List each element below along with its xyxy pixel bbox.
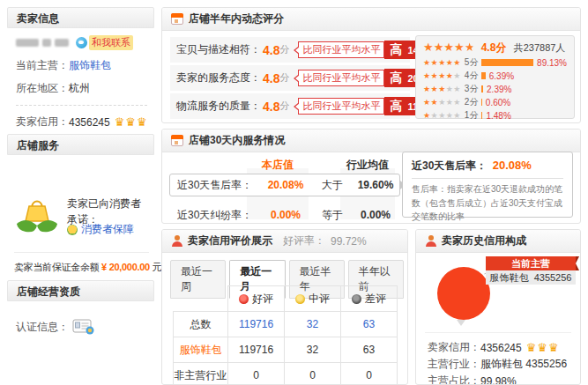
storefront-icon: [171, 13, 183, 25]
main-category-callout: 服饰鞋包 4355256: [486, 270, 576, 285]
detail-title: 近30天售后率：: [412, 159, 487, 172]
star-breakdown-row: ★★★★★ 1分 1.48%: [423, 109, 567, 122]
cat-neutral-count: 32: [285, 337, 341, 363]
row-label: 非主营行业: [174, 363, 228, 385]
credit-pie-chart: [437, 267, 490, 320]
total-neutral-count[interactable]: 32: [285, 312, 341, 337]
industry-value: 19.60%: [348, 179, 403, 191]
percent-bar: [481, 72, 485, 79]
row-label: 服饰鞋包: [174, 337, 228, 363]
nonmain-bad-count: 0: [341, 363, 398, 385]
score-rows: 宝贝与描述相符： 4.8 分 比同行业平均水平 高 14.34% 卖家的服务态度…: [170, 37, 410, 122]
cert-label: 认证信息：: [16, 320, 69, 335]
star-icons-empty: ★★: [446, 85, 461, 93]
person-icon: [425, 235, 436, 247]
deposit-unit: 元: [153, 262, 162, 272]
dispute-rate-row: 近30天纠纷率： 0.00% 等于 0.00%: [169, 204, 395, 224]
detail-description: 售后率：指卖家在近30天退款成功的笔数（包含售后成立）占近30天支付宝成交笔数的…: [412, 182, 563, 224]
percent-bar: [481, 112, 482, 119]
redacted-username: [16, 39, 39, 47]
star-icons-empty: ★★★: [438, 98, 461, 107]
score-value: 4.8: [263, 100, 279, 114]
star-icons-empty: ★: [453, 71, 461, 80]
storefront-icon: [171, 135, 183, 146]
main-industry-row: 主营行业： 服饰鞋包 4355256: [428, 356, 567, 373]
table-row-non-main: 非主营行业 0 0 0: [174, 363, 398, 385]
star-icons: ★★★: [423, 85, 446, 93]
percent-bar: [481, 85, 483, 93]
shop-service-section: 店铺服务 卖家已向消费者承诺： 消费者保障 卖家当前保证金余额 ¥ 20,000…: [7, 134, 154, 275]
guarantee-row: 消费者保障: [67, 222, 134, 237]
main-business-label: 当前主营：: [16, 58, 69, 73]
score-value: 4.8: [263, 71, 279, 85]
redacted-username: [42, 39, 51, 47]
dynamic-score-title: 店铺半年内动态评分: [189, 11, 284, 26]
id-card-icon[interactable]: [72, 319, 95, 335]
divider: [425, 332, 571, 333]
detail-value: 20.08%: [493, 159, 532, 172]
percent-bar: [481, 59, 533, 66]
nonmain-good-count: 0: [228, 363, 285, 385]
cat-good-count: 119716: [228, 337, 285, 363]
seller-credit-value: 4356245: [69, 116, 110, 129]
industry-compare-tag: 比同行业平均水平: [298, 41, 384, 58]
score-row-logistics: 物流服务的质量： 4.8 分 比同行业平均水平 高 11.76%: [170, 93, 410, 119]
star-breakdown-row: ★★★★★ 2分 0.60%: [423, 96, 567, 108]
metric-label: 近30天售后率：: [177, 178, 255, 193]
seller-credit-row: 卖家信用： 4356245 ♛♛♛: [16, 115, 147, 130]
total-bad-count[interactable]: 63: [341, 312, 398, 337]
crown-icons: ♛♛♛: [115, 115, 148, 129]
avg-score: 4.8分: [481, 41, 507, 54]
deposit-label: 卖家当前保证金余额: [14, 262, 99, 272]
guarantee-medal-icon: [67, 225, 78, 235]
table-header-row: 好评 中评 差评: [174, 286, 398, 312]
col-bad: 差评: [341, 286, 398, 312]
row-label: 总数: [174, 312, 228, 337]
main-business-link[interactable]: 服饰鞋包: [69, 58, 111, 73]
star-icons: ★★★★: [423, 71, 453, 80]
cat-bad-count: 63: [341, 337, 398, 363]
score-label: 卖家的服务态度：: [176, 70, 261, 85]
score-row-service: 卖家的服务态度： 4.8 分 比同行业平均水平 高 20.66%: [170, 65, 410, 91]
dynamic-score-panel: 店铺半年内动态评分 宝贝与描述相符： 4.8 分 比同行业平均水平 高 14.3…: [161, 7, 581, 123]
seller-info-section: 卖家信息 和我联系 当前主营： 服饰鞋包 所在地区： 杭州 卖家信用： 4356…: [7, 7, 154, 129]
col-good: 好评: [228, 286, 285, 312]
dynamic-score-header: 店铺半年内动态评分: [162, 8, 580, 31]
star-breakdown-row: ★★★★★ 5分 89.13%: [423, 56, 567, 69]
score-unit: 分: [279, 71, 289, 85]
star-icons-empty: ★★★★: [431, 111, 461, 120]
credit-history-header: 卖家历史信用构成: [416, 230, 580, 253]
credit-eval-title: 卖家信用评价展示: [188, 233, 272, 248]
divider: [16, 105, 147, 106]
total-good-count[interactable]: 119716: [228, 312, 285, 337]
relation: 等于: [316, 208, 348, 223]
score-row-description: 宝贝与描述相符： 4.8 分 比同行业平均水平 高 14.34%: [170, 37, 410, 63]
good-flower-icon: [239, 294, 249, 304]
score-unit: 分: [279, 100, 289, 113]
seller-credit-label: 卖家信用：: [16, 115, 69, 130]
current-main-ribbon: 当前主营: [486, 256, 576, 270]
person-icon: [171, 235, 182, 247]
main-business-row: 当前主营： 服饰鞋包: [16, 58, 147, 73]
corner-cell: [174, 286, 228, 312]
consumer-guarantee-link[interactable]: 消费者保障: [81, 222, 134, 237]
star-icons: ★: [423, 111, 431, 120]
nonmain-neutral-count: 0: [285, 363, 341, 385]
seller-profile-page: 卖家信息 和我联系 当前主营： 服饰鞋包 所在地区： 杭州 卖家信用： 4356…: [0, 0, 588, 385]
neutral-flower-icon: [295, 294, 305, 304]
credit-history-panel: 卖家历史信用构成 当前主营 服饰鞋包 4355256 卖家信用： 4356245…: [415, 229, 581, 385]
qualification-title: 店铺经营资质: [7, 280, 154, 301]
industry-compare-tag: 比同行业平均水平: [298, 70, 384, 86]
table-row-main-category: 服饰鞋包 119716 32 63: [174, 337, 398, 363]
star-breakdown-row: ★★★★★ 4分 6.39%: [423, 70, 567, 82]
region-row: 所在地区： 杭州: [16, 81, 147, 96]
metric-label: 近30天纠纷率：: [177, 208, 255, 223]
industry-avg-col-header: 行业均值: [340, 158, 395, 173]
consumer-guarantee-icon: [14, 192, 60, 238]
deposit-row: 卖家当前保证金余额 ¥ 20,000.00 元: [14, 261, 161, 274]
contact-me-badge[interactable]: 和我联系: [89, 35, 133, 50]
wangwang-chat-icon[interactable]: [76, 37, 87, 48]
positive-rate-value: 99.72%: [331, 235, 367, 248]
review-count: 共237887人: [514, 42, 566, 53]
shop-value: 20.08%: [255, 179, 316, 191]
